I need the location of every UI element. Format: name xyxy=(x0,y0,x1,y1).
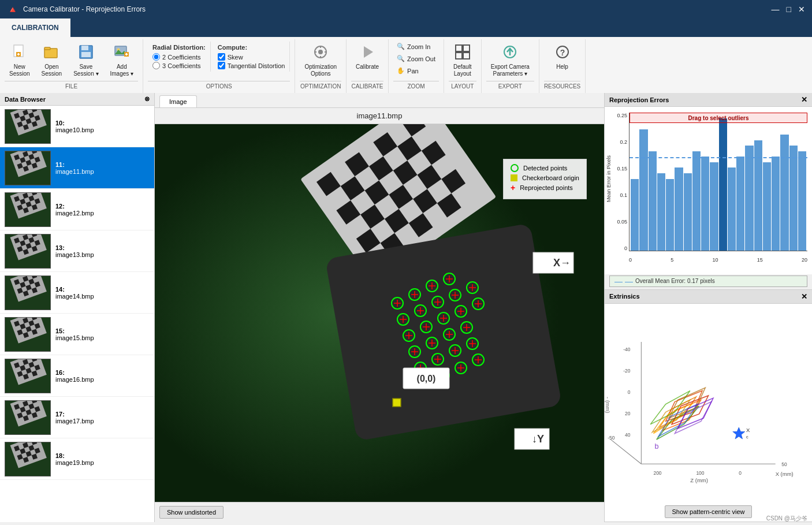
svg-text:20: 20 xyxy=(625,410,631,416)
bar-15[interactable] xyxy=(763,162,771,251)
legend-checkerboard-label: Checkerboard origin xyxy=(522,174,579,181)
sidebar-item-1[interactable]: 11:image11.bmp xyxy=(0,147,154,189)
center-panel: Image image11.bmp xyxy=(155,93,604,522)
legend-reprojected-label: Reprojected points xyxy=(520,184,573,191)
export-params-button[interactable]: Export CameraParameters ▾ xyxy=(486,42,534,80)
help-button[interactable]: ? Help xyxy=(550,42,575,73)
zoom-out-icon: 🔍 xyxy=(397,55,405,62)
minimize-button[interactable]: — xyxy=(772,5,780,14)
radio-3-coefficients[interactable]: 3 Coefficients xyxy=(152,62,206,69)
item-num-4: 14: xyxy=(55,286,94,293)
optimization-options-button[interactable]: OptimizationOptions xyxy=(300,42,341,80)
file-buttons: NewSession OpenSession xyxy=(5,42,138,80)
svg-rect-25 xyxy=(463,53,470,59)
item-num-7: 17: xyxy=(55,411,94,418)
sidebar-item-3[interactable]: 13:image13.bmp xyxy=(0,230,154,272)
x-tick-15: 15 xyxy=(757,257,763,263)
bar-18[interactable] xyxy=(789,146,798,250)
bar-0[interactable] xyxy=(631,179,639,251)
reprojection-panel-header: Reprojection Errors ✕ xyxy=(605,93,812,107)
optimization-icon xyxy=(312,44,329,62)
ribbon-group-options: Radial Distortion: 2 Coefficients 3 Coef… xyxy=(143,39,295,93)
bar-1[interactable] xyxy=(639,129,647,251)
thumbnail-7 xyxy=(5,400,51,435)
help-icon: ? xyxy=(554,44,571,62)
save-session-button[interactable]: SaveSession ▾ xyxy=(69,42,103,80)
sidebar-item-7[interactable]: 17:image17.bmp xyxy=(0,397,154,438)
image-tab[interactable]: Image xyxy=(159,95,197,107)
item-name-7: image17.bmp xyxy=(55,418,94,425)
show-undistorted-button[interactable]: Show undistorted xyxy=(159,506,224,519)
svg-text:-40: -40 xyxy=(623,347,631,352)
svg-rect-8 xyxy=(81,52,91,57)
skew-checkbox[interactable]: Skew xyxy=(218,53,285,61)
y-tick-0: 0 xyxy=(624,245,627,251)
calibrate-content: Calibrate xyxy=(351,42,383,80)
calibrate-button[interactable]: Calibrate xyxy=(351,42,383,73)
main-layout: Data Browser ⊗ 10:image10.bmp11:image11.… xyxy=(0,93,812,522)
zoom-in-button[interactable]: 🔍 Zoom In xyxy=(393,42,434,51)
bar-16[interactable] xyxy=(772,157,780,250)
sidebar-item-5[interactable]: 15:image15.bmp xyxy=(0,314,154,355)
svg-text:0: 0 xyxy=(739,470,742,476)
svg-text:40: 40 xyxy=(625,431,631,437)
add-images-label: AddImages ▾ xyxy=(110,64,134,77)
zoom-out-button[interactable]: 🔍 Zoom Out xyxy=(393,54,439,64)
bar-7[interactable] xyxy=(692,151,701,251)
sidebar-item-info-4: 14:image14.bmp xyxy=(55,286,94,300)
bar-2[interactable] xyxy=(649,151,657,251)
bar-11[interactable] xyxy=(728,167,736,250)
extrinsics-title: Extrinsics xyxy=(609,293,640,300)
bar-4[interactable] xyxy=(666,179,674,251)
bar-14[interactable] xyxy=(754,140,762,251)
sidebar-close-icon[interactable]: ⊗ xyxy=(144,95,150,103)
center-tab-bar: Image xyxy=(155,93,604,108)
pan-button[interactable]: ✋ Pan xyxy=(393,66,422,76)
reprojection-close-icon[interactable]: ✕ xyxy=(801,95,807,104)
add-images-button[interactable]: AddImages ▾ xyxy=(106,42,139,80)
sidebar-item-8[interactable]: 18:image19.bmp xyxy=(0,438,154,480)
sidebar-item-0[interactable]: 10:image10.bmp xyxy=(0,106,154,147)
svg-text:X (mm): X (mm) xyxy=(776,471,794,477)
window-controls[interactable]: — □ ✕ xyxy=(772,5,805,14)
default-layout-button[interactable]: DefaultLayout xyxy=(449,42,476,80)
tangential-distortion-checkbox[interactable]: Tangential Distortion xyxy=(218,62,285,69)
item-num-1: 11: xyxy=(55,161,94,168)
item-name-4: image14.bmp xyxy=(55,293,94,300)
bar-6[interactable] xyxy=(684,173,692,251)
extrinsics-svg: - (mm) -40 -20 0 20 40 200 100 0 Z (mm) xyxy=(605,304,812,502)
thumbnail-5 xyxy=(5,317,51,352)
svg-text:100: 100 xyxy=(696,470,704,476)
thumbnail-6 xyxy=(5,359,51,393)
extrinsics-close-icon[interactable]: ✕ xyxy=(801,292,807,301)
bar-9[interactable] xyxy=(710,162,718,251)
show-undistorted-bar: Show undistorted xyxy=(155,502,604,522)
bar-19[interactable] xyxy=(798,151,806,251)
bar-3[interactable] xyxy=(657,173,665,251)
add-images-icon xyxy=(114,44,130,62)
maximize-button[interactable]: □ xyxy=(787,5,791,14)
open-session-button[interactable]: OpenSession xyxy=(37,42,67,80)
bar-12[interactable] xyxy=(736,157,744,250)
zoom-group-label: ZOOM xyxy=(393,81,439,91)
radial-distortion-label: Radial Distortion: xyxy=(152,44,206,51)
radio-2-coefficients[interactable]: 2 Coefficients xyxy=(152,53,206,61)
bar-13[interactable] xyxy=(745,146,753,250)
show-pattern-button[interactable]: Show pattern-centric view xyxy=(665,505,753,518)
new-session-button[interactable]: NewSession xyxy=(5,42,35,80)
svg-text:X: X xyxy=(746,427,750,433)
ribbon-group-export: Export CameraParameters ▾ EXPORT xyxy=(482,39,539,93)
pan-icon: ✋ xyxy=(397,67,405,75)
bar-10[interactable] xyxy=(719,118,727,251)
close-button[interactable]: ✕ xyxy=(798,5,805,14)
window-title: Camera Calibrator - Reprojection Errors xyxy=(23,5,146,13)
bar-8[interactable] xyxy=(701,157,709,250)
sidebar-item-2[interactable]: 12:image12.bmp xyxy=(0,189,154,230)
sidebar-item-4[interactable]: 14:image14.bmp xyxy=(0,272,154,314)
bar-5[interactable] xyxy=(675,167,683,250)
legend-checkerboard: Checkerboard origin xyxy=(511,174,579,181)
sidebar-item-6[interactable]: 16:image16.bmp xyxy=(0,355,154,397)
sidebar-item-info-0: 10:image10.bmp xyxy=(55,120,94,133)
tab-calibration[interactable]: CALIBRATION xyxy=(0,18,70,37)
bar-17[interactable] xyxy=(780,135,788,250)
